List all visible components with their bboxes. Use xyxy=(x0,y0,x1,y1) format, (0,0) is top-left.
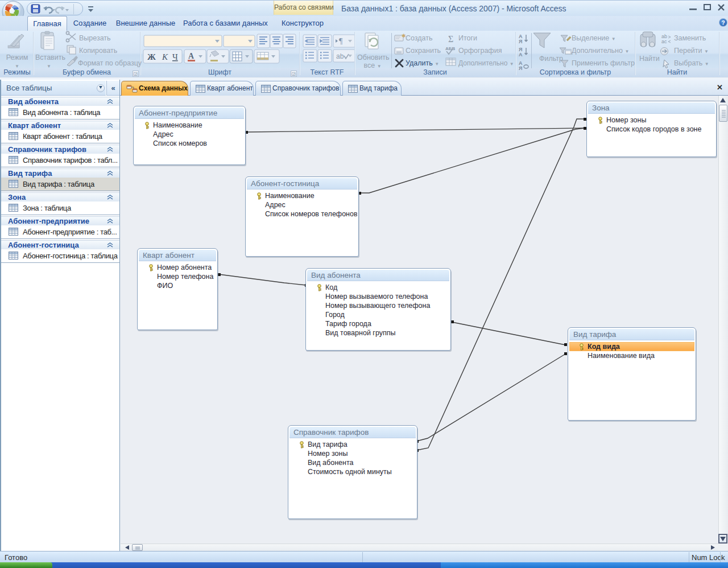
svg-text:ac: ac xyxy=(661,39,667,44)
svg-text:Σ: Σ xyxy=(448,34,453,44)
svg-text:¶: ¶ xyxy=(339,37,343,46)
svg-text:АБВ: АБВ xyxy=(445,46,456,51)
svg-text:К: К xyxy=(162,52,168,61)
svg-text:Я: Я xyxy=(519,39,522,44)
svg-text:А: А xyxy=(519,52,523,57)
svg-text:Ч: Ч xyxy=(172,52,178,61)
svg-text:Ж: Ж xyxy=(147,52,156,61)
svg-text:ab: ab xyxy=(336,52,344,60)
svg-text:А: А xyxy=(188,52,195,60)
